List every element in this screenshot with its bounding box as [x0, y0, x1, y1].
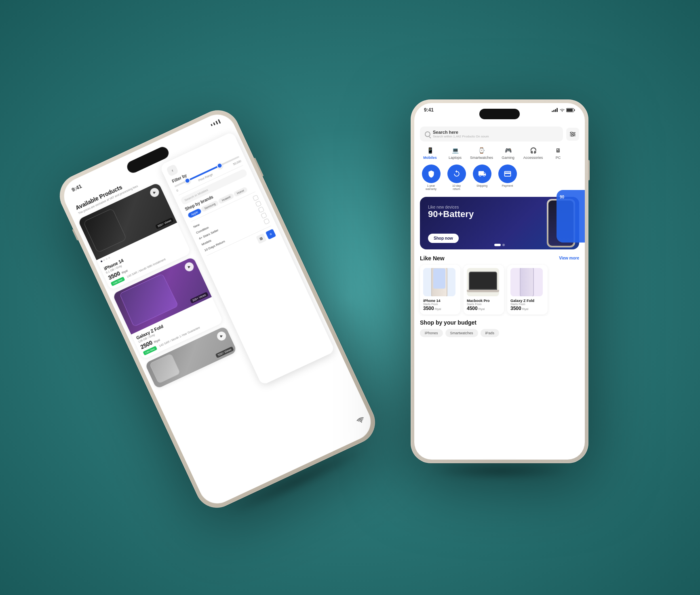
- cat-mobiles[interactable]: 📱 Mobiles: [420, 146, 440, 160]
- mini-price-macbook: 4500: [467, 306, 478, 311]
- svg-rect-6: [567, 109, 573, 112]
- svg-point-10: [571, 132, 572, 133]
- left-side-button: [72, 229, 78, 241]
- new-label: New: [193, 223, 200, 229]
- view-more-btn[interactable]: View more: [559, 256, 579, 260]
- views-badge-3: 500+ Views: [215, 346, 234, 359]
- search-icon: [425, 131, 430, 137]
- second-banner-text: 90: [557, 190, 585, 205]
- left-time: 9:41: [71, 183, 83, 193]
- mini-starts-iphone14: Starts From: [423, 303, 457, 306]
- gaming-icon: 🎮: [502, 146, 514, 154]
- second-banner-peek: 90: [557, 190, 585, 243]
- budget-chip-smartwatches[interactable]: Smartwatches: [445, 329, 478, 337]
- list-view-btn[interactable]: ≡: [266, 229, 276, 240]
- right-phone-shadow: [428, 463, 571, 479]
- right-wifi-icon: [559, 108, 565, 112]
- signal-bar-3: [215, 121, 218, 124]
- mini-unit-macbook: Riyal: [479, 308, 485, 310]
- banner[interactable]: Like new devices 90+Battery Shop now: [420, 197, 579, 249]
- cat-accessories[interactable]: 🎧 Accessories: [523, 146, 543, 160]
- svg-point-11: [573, 133, 575, 135]
- cat-laptops[interactable]: 💻 Laptops: [445, 146, 465, 160]
- cat-smartwatches-label: Smartwatches: [470, 156, 493, 160]
- mini-price-galaxy-fold: 3500: [510, 306, 521, 311]
- filter-back-button[interactable]: ‹: [166, 164, 179, 177]
- svg-point-12: [571, 135, 573, 137]
- budget-chip-ipads[interactable]: iPads: [481, 329, 500, 337]
- mini-img-iphone14: [423, 268, 455, 296]
- right-phone-screen: 9:41: [414, 103, 585, 460]
- warranty-icon: [427, 170, 435, 178]
- mini-img-galaxy-fold: [510, 268, 543, 296]
- search-text-group: Search here Search within 1,442 Products…: [433, 130, 558, 138]
- signal-icon: [552, 108, 558, 112]
- budget-chip-iphones[interactable]: iPhones: [420, 329, 443, 337]
- banner-title: 90+Battery: [428, 209, 474, 219]
- iphone-body: [431, 268, 447, 296]
- like-new-header: Like New View more: [414, 252, 585, 263]
- models-checkbox[interactable]: [261, 212, 267, 219]
- mini-img-macbook: [467, 268, 499, 296]
- mini-price-iphone14: 3500: [423, 306, 434, 311]
- cat-pc[interactable]: 🖥 PC: [548, 146, 568, 160]
- mini-name-iphone14: iPhone 14: [423, 299, 457, 303]
- macbook-screen-part: [469, 272, 497, 290]
- right-status-bar: 9:41: [414, 107, 585, 113]
- search-main-text: Search here: [433, 130, 558, 135]
- condition-checkbox[interactable]: [255, 200, 261, 207]
- laptops-icon: 💻: [449, 146, 461, 154]
- galaxy-fold-graphic: [510, 268, 543, 296]
- play-icon-2[interactable]: ▶: [183, 261, 195, 272]
- search-bar[interactable]: Search here Search within 1,442 Products…: [420, 127, 563, 141]
- stars-checkbox[interactable]: [258, 207, 264, 213]
- return-icon: [453, 170, 461, 178]
- return-label: 10 dayreturn: [452, 184, 461, 191]
- feature-payment[interactable]: Payment: [496, 165, 519, 191]
- filter-button[interactable]: [566, 128, 579, 141]
- feature-shipping[interactable]: Shipping: [471, 165, 493, 191]
- accessories-icon: 🎧: [527, 146, 539, 154]
- warranty-circle: [422, 165, 441, 183]
- right-phone-frame: 9:41: [411, 99, 588, 463]
- new-checkbox[interactable]: [253, 195, 259, 201]
- mini-card-macbook[interactable]: Macbook Pro Starts From 4500 Riyal: [464, 265, 504, 314]
- play-icon-1[interactable]: ▶: [149, 186, 160, 198]
- cat-mobiles-label: Mobiles: [423, 156, 437, 160]
- cat-pc-label: PC: [556, 156, 561, 160]
- shop-now-button[interactable]: Shop now: [428, 234, 459, 243]
- cat-smartwatches[interactable]: ⌚ Smartwatches: [470, 146, 493, 160]
- feature-return[interactable]: 10 dayreturn: [445, 165, 468, 191]
- banner-dot-2: [502, 244, 505, 246]
- right-phone-button: [588, 160, 590, 180]
- cat-gaming[interactable]: 🎮 Gaming: [498, 146, 518, 160]
- right-time: 9:41: [424, 107, 434, 113]
- payment-label: Payment: [502, 184, 513, 188]
- macbook-graphic: [467, 268, 499, 296]
- sliders-icon: [570, 132, 576, 137]
- shipping-circle: [473, 165, 491, 183]
- product-price-unit-1: Riyal: [121, 269, 128, 274]
- left-phone: 9:41 Available Products The prices are e…: [53, 103, 382, 515]
- pc-icon: 🖥: [552, 146, 564, 154]
- cat-accessories-label: Accessories: [523, 156, 543, 160]
- feature-warranty[interactable]: 1-yearwarranty: [420, 165, 442, 191]
- search-area: Search here Search within 1,442 Products…: [414, 123, 585, 145]
- play-icon-3[interactable]: ▶: [215, 330, 227, 342]
- price-min: 0: [176, 189, 178, 192]
- left-phone-frame: 9:41 Available Products The prices are e…: [53, 103, 382, 515]
- payment-circle: [498, 165, 517, 183]
- mini-starts-macbook: Starts From: [467, 303, 501, 306]
- mini-card-iphone14[interactable]: iPhone 14 Starts From 3500 Riyal: [420, 265, 460, 314]
- banner-dots: [494, 244, 505, 246]
- iphone-screen-mini: [433, 268, 445, 289]
- mini-unit-galaxy-fold: Riyal: [522, 308, 529, 310]
- mini-card-galaxy-fold[interactable]: Galaxy Z Fold Starts From 3500 Riyal: [507, 265, 548, 314]
- signal-bar-4: [218, 119, 221, 124]
- grid-view-btn[interactable]: ⊞: [256, 233, 267, 244]
- galaxy-fold-body: [520, 268, 534, 296]
- cat-gaming-label: Gaming: [502, 156, 514, 160]
- mini-starts-galaxy-fold: Starts From: [510, 303, 544, 306]
- scene: 9:41 Available Products The prices are e…: [108, 75, 592, 520]
- return-checkbox[interactable]: [264, 218, 270, 225]
